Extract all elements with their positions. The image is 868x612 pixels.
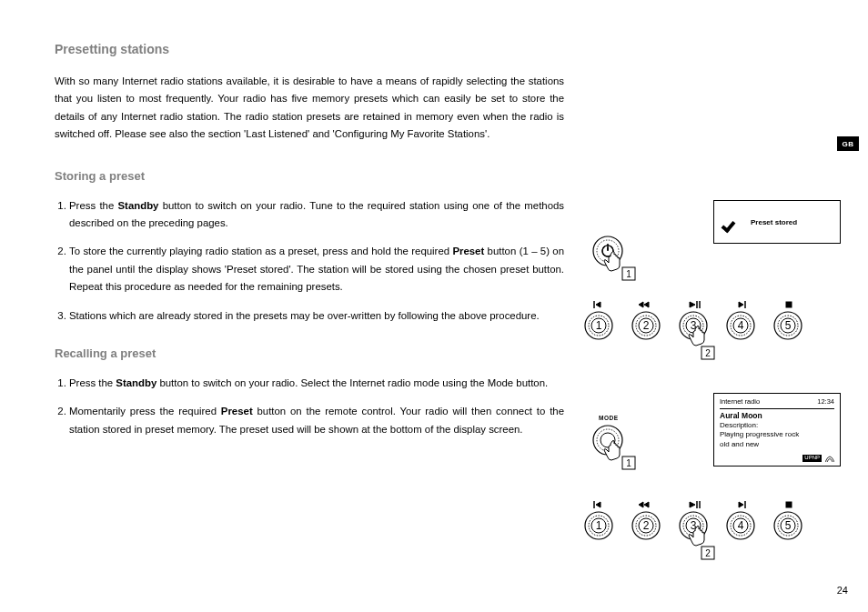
stop-icon xyxy=(786,302,792,307)
hand-icon xyxy=(604,441,620,461)
svg-rect-11 xyxy=(786,302,792,307)
svg-text:2: 2 xyxy=(705,548,711,558)
callout-1-text: 1 xyxy=(626,269,631,279)
prev-track-icon xyxy=(594,301,601,308)
svg-text:1: 1 xyxy=(596,519,602,532)
mode-button-illustration: MODE 1 xyxy=(590,415,644,480)
preset-knob-4: 4 xyxy=(727,312,754,339)
storing-steps: Press the Standby button to switch on yo… xyxy=(55,197,564,325)
page: GB 24 Presetting stations With so many I… xyxy=(0,0,868,612)
callout-2-text: 2 xyxy=(705,348,711,358)
svg-text:5: 5 xyxy=(785,319,792,332)
svg-text:1: 1 xyxy=(596,319,602,332)
section-title: Presetting stations xyxy=(55,42,564,56)
storing-step-2: To store the currently playing radio sta… xyxy=(69,243,564,296)
mode-label: MODE xyxy=(599,415,619,421)
preset-knob-1: 1 xyxy=(585,312,612,339)
storing-step-1: Press the Standby button to switch on yo… xyxy=(69,197,564,233)
svg-text:4: 4 xyxy=(738,319,744,332)
screen-now-playing: Internet radio 12:34 Aural Moon Descript… xyxy=(713,393,841,467)
preset-stored-label: Preset stored xyxy=(751,218,797,226)
preset-knob-2: 2 xyxy=(632,512,660,539)
preset-knob-5: 5 xyxy=(774,512,802,539)
play-pause-icon xyxy=(690,301,700,308)
prev-track-icon xyxy=(594,501,601,508)
preset-knob-row-2: 1 2 3 4 5 2 xyxy=(582,497,819,578)
preset-knob-4: 4 xyxy=(727,512,754,539)
preset-knob-5: 5 xyxy=(774,312,802,339)
recalling-steps: Press the Standby button to switch on yo… xyxy=(55,375,564,438)
svg-text:2: 2 xyxy=(643,519,650,532)
svg-text:2: 2 xyxy=(643,319,650,332)
storing-title: Storing a preset xyxy=(55,169,564,183)
main-text-column: Presetting stations With so many Interne… xyxy=(55,42,564,460)
preset-knob-2: 2 xyxy=(632,312,660,339)
rewind-icon xyxy=(639,502,649,507)
preset-knob-row-1: 1 2 3 4 5 2 xyxy=(582,296,819,378)
screen-station-name: Aural Moon xyxy=(720,411,834,421)
language-tab: GB xyxy=(837,136,859,151)
upnp-badge: UPNP xyxy=(802,455,822,462)
screen-desc-label: Description: xyxy=(720,421,834,430)
recalling-title: Recalling a preset xyxy=(55,346,564,360)
svg-rect-42 xyxy=(786,502,792,507)
recalling-step-2: Momentarily press the required Preset bu… xyxy=(69,403,564,438)
play-pause-icon xyxy=(690,501,700,508)
screen-preset-stored: Preset stored xyxy=(713,200,841,244)
svg-text:5: 5 xyxy=(785,519,792,532)
hand-icon xyxy=(604,252,620,272)
recalling-step-1: Press the Standby button to switch on yo… xyxy=(69,375,564,392)
stop-icon xyxy=(786,502,792,507)
next-track-icon xyxy=(739,301,745,308)
screen-header-left: Internet radio xyxy=(720,397,760,406)
screen-desc-line2: old and new xyxy=(720,440,834,449)
svg-text:1: 1 xyxy=(626,458,631,468)
screen-desc-line1: Playing progressive rock xyxy=(720,430,834,439)
storing-step-3: Stations which are already stored in the… xyxy=(69,307,564,325)
page-number: 24 xyxy=(837,585,848,596)
svg-text:4: 4 xyxy=(738,519,744,532)
preset-knob-1: 1 xyxy=(585,512,612,539)
intro-paragraph: With so many Internet radio stations ava… xyxy=(55,73,564,144)
screen-header-right: 12:34 xyxy=(817,397,834,406)
check-icon xyxy=(722,213,740,231)
rewind-icon xyxy=(639,302,649,307)
standby-button-illustration-1: 1 xyxy=(590,233,644,287)
signal-icon xyxy=(825,455,834,462)
next-track-icon xyxy=(739,501,745,508)
